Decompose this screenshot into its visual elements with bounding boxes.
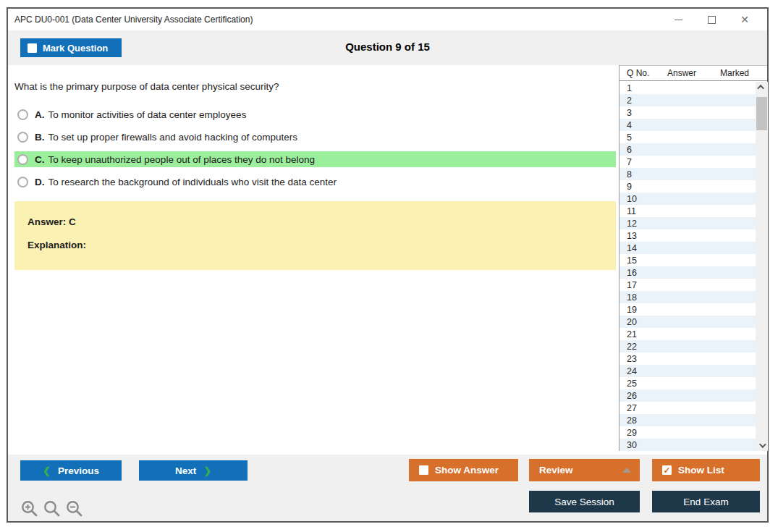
cell-qno: 10 — [620, 194, 667, 204]
cell-qno: 2 — [620, 96, 667, 106]
option-letter: B. — [35, 132, 45, 143]
question-list-row[interactable]: 18 — [620, 291, 756, 303]
explanation-label: Explanation: — [28, 240, 616, 250]
column-header-answer: Answer — [667, 68, 720, 78]
radio-icon[interactable] — [17, 177, 28, 187]
cell-qno: 25 — [620, 379, 667, 389]
cell-qno: 4 — [620, 120, 667, 130]
cell-qno: 13 — [620, 231, 667, 241]
answer-value: Answer: C — [28, 216, 616, 227]
answer-option-a[interactable]: A.To monitor activities of data center e… — [14, 106, 616, 122]
minimize-icon — [675, 20, 682, 20]
close-button[interactable]: ✕ — [728, 9, 761, 30]
question-text: What is the primary purpose of data cent… — [14, 81, 279, 92]
show-answer-button[interactable]: Show Answer — [409, 459, 518, 481]
option-text: To monitor activities of data center emp… — [48, 109, 247, 120]
cell-qno: 30 — [620, 440, 667, 450]
question-list-row[interactable]: 24 — [620, 365, 756, 377]
chevron-right-icon: ❯ — [203, 465, 211, 476]
question-list-row[interactable]: 27 — [620, 402, 756, 414]
cell-qno: 7 — [620, 157, 667, 167]
radio-icon[interactable] — [17, 109, 28, 120]
question-list-row[interactable]: 6 — [620, 143, 756, 156]
previous-button[interactable]: ❮ Previous — [20, 460, 122, 481]
cell-qno: 17 — [620, 280, 667, 290]
minimize-button[interactable] — [661, 9, 695, 30]
maximize-icon — [708, 16, 716, 24]
question-list-row[interactable]: 28 — [620, 414, 756, 426]
column-header-marked: Marked — [720, 68, 764, 78]
option-text: To keep unauthorized people out of place… — [48, 154, 316, 165]
question-list-row[interactable]: 20 — [620, 316, 756, 328]
zoom-out-icon[interactable] — [65, 499, 84, 518]
scrollbar-down-arrow[interactable] — [756, 440, 768, 451]
answer-panel: Answer: C Explanation: — [14, 201, 616, 270]
question-list-row[interactable]: 1 — [620, 82, 756, 94]
question-list-row[interactable]: 23 — [620, 352, 756, 365]
question-list-row[interactable]: 16 — [620, 266, 756, 279]
question-list-row[interactable]: 26 — [620, 389, 756, 402]
header-bar: Mark Question Question 9 of 15 — [8, 30, 767, 65]
cell-qno: 14 — [620, 243, 667, 253]
question-list-scrollbar[interactable] — [756, 82, 768, 451]
answer-option-b[interactable]: B.To set up proper firewalls and avoid h… — [14, 129, 616, 145]
question-list-row[interactable]: 2 — [620, 94, 756, 106]
zoom-toolbar — [20, 499, 84, 518]
question-list-header: Q No. Answer Marked — [620, 65, 767, 81]
question-list-row[interactable]: 5 — [620, 131, 756, 143]
question-list-row[interactable]: 4 — [620, 119, 756, 131]
radio-icon[interactable] — [17, 154, 28, 165]
next-button[interactable]: Next ❯ — [139, 460, 248, 481]
show-list-button[interactable]: ✓ Show List — [652, 459, 760, 481]
zoom-reset-icon[interactable] — [43, 499, 62, 518]
question-list-row[interactable]: 12 — [620, 217, 756, 229]
question-list-row[interactable]: 9 — [620, 180, 756, 193]
check-icon: ✓ — [663, 466, 670, 475]
review-dropdown-button[interactable]: Review — [529, 459, 640, 481]
question-list-row[interactable]: 21 — [620, 328, 756, 340]
cell-qno: 6 — [620, 145, 667, 155]
question-list-panel: Q No. Answer Marked 12345678910111213141… — [619, 65, 767, 451]
end-exam-label: End Exam — [683, 497, 728, 507]
question-list-row[interactable]: 8 — [620, 168, 756, 180]
exam-window: APC DU0-001 (Data Center University Asso… — [7, 7, 769, 523]
question-list-row[interactable]: 17 — [620, 279, 756, 291]
option-letter: C. — [35, 154, 45, 165]
maximize-button[interactable] — [695, 9, 728, 30]
show-list-checkbox[interactable]: ✓ — [662, 465, 672, 475]
answer-option-c[interactable]: C.To keep unauthorized people out of pla… — [14, 151, 616, 167]
question-list-row[interactable]: 15 — [620, 254, 756, 266]
cell-qno: 19 — [620, 305, 667, 315]
question-list-row[interactable]: 3 — [620, 106, 756, 119]
cell-qno: 24 — [620, 366, 667, 376]
save-session-button[interactable]: Save Session — [529, 491, 640, 512]
question-list-row[interactable]: 13 — [620, 229, 756, 242]
review-label: Review — [539, 465, 573, 476]
cell-qno: 20 — [620, 317, 667, 327]
triangle-up-icon — [622, 468, 631, 473]
question-list-row[interactable]: 30 — [620, 439, 756, 451]
show-answer-checkbox[interactable] — [419, 465, 428, 475]
cell-qno: 26 — [620, 391, 667, 401]
question-list-row[interactable]: 22 — [620, 340, 756, 352]
scrollbar-thumb[interactable] — [756, 97, 767, 130]
option-text: To research the background of individual… — [48, 177, 337, 187]
question-list-row[interactable]: 19 — [620, 303, 756, 316]
cell-qno: 18 — [620, 292, 667, 303]
question-list-row[interactable]: 25 — [620, 377, 756, 389]
zoom-in-icon[interactable] — [20, 499, 39, 518]
question-list-row[interactable]: 7 — [620, 156, 756, 168]
cell-qno: 12 — [620, 219, 667, 229]
end-exam-button[interactable]: End Exam — [652, 491, 760, 512]
cell-qno: 29 — [620, 428, 667, 438]
question-list-row[interactable]: 11 — [620, 205, 756, 217]
question-list-row[interactable]: 14 — [620, 242, 756, 254]
show-answer-label: Show Answer — [435, 465, 499, 476]
cell-qno: 9 — [620, 182, 667, 192]
question-list-row[interactable]: 10 — [620, 193, 756, 205]
scrollbar-up-arrow[interactable] — [756, 82, 768, 93]
show-list-label: Show List — [678, 465, 724, 476]
radio-icon[interactable] — [17, 132, 28, 143]
answer-option-d[interactable]: D.To research the background of individu… — [14, 174, 616, 190]
question-list-row[interactable]: 29 — [620, 426, 756, 439]
